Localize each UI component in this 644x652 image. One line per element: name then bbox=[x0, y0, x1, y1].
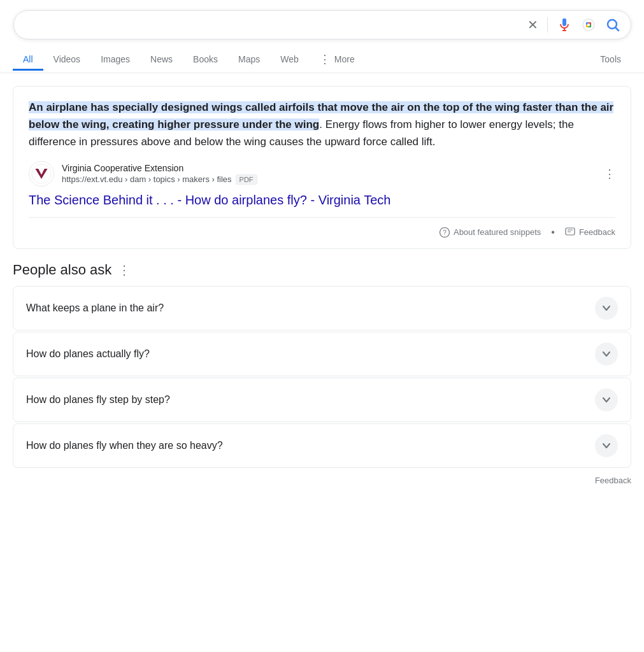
chevron-down-icon bbox=[601, 349, 612, 359]
search-bar-container: How do planes fly? ✕ bbox=[0, 0, 644, 39]
paa-expand-icon-4[interactable] bbox=[595, 434, 618, 457]
svg-point-1 bbox=[583, 19, 594, 31]
paa-item[interactable]: How do planes fly when they are so heavy… bbox=[13, 423, 631, 468]
tools-button[interactable]: Tools bbox=[590, 48, 631, 71]
footer-dot: • bbox=[551, 227, 555, 238]
snippet-feedback-button[interactable]: Feedback bbox=[565, 227, 615, 237]
search-input[interactable]: How do planes fly? bbox=[24, 18, 527, 32]
source-url-row: https://ext.vt.edu › dam › topics › make… bbox=[62, 174, 596, 185]
bottom-feedback[interactable]: Feedback bbox=[0, 469, 644, 492]
svg-line-3 bbox=[615, 28, 619, 31]
paa-title: People also ask bbox=[13, 262, 111, 278]
search-icons: ✕ bbox=[527, 17, 620, 32]
paa-expand-icon-1[interactable] bbox=[595, 297, 618, 320]
paa-item[interactable]: How do planes fly step by step? bbox=[13, 378, 631, 422]
source-info: Virginia Cooperative Extension https://e… bbox=[29, 161, 615, 187]
paa-expand-icon-2[interactable] bbox=[595, 343, 618, 365]
divider bbox=[547, 17, 548, 32]
people-also-ask-section: People also ask ⋮ What keeps a plane in … bbox=[13, 262, 631, 468]
tab-books[interactable]: Books bbox=[183, 48, 228, 71]
chevron-down-icon bbox=[601, 395, 612, 405]
search-icon[interactable] bbox=[605, 17, 620, 32]
source-name: Virginia Cooperative Extension bbox=[62, 163, 596, 173]
tab-all[interactable]: All bbox=[13, 48, 43, 71]
paa-expand-icon-3[interactable] bbox=[595, 388, 618, 411]
main-content: An airplane has specially designed wings… bbox=[0, 73, 644, 468]
svg-text:?: ? bbox=[443, 229, 447, 236]
paa-question-2: How do planes actually fly? bbox=[26, 348, 150, 360]
paa-item[interactable]: What keeps a plane in the air? bbox=[13, 286, 631, 330]
tab-videos[interactable]: Videos bbox=[43, 48, 91, 71]
paa-question-3: How do planes fly step by step? bbox=[26, 394, 170, 406]
snippet-text: An airplane has specially designed wings… bbox=[29, 99, 615, 151]
source-favicon bbox=[29, 161, 54, 187]
pdf-badge: PDF bbox=[236, 174, 257, 185]
chevron-down-icon bbox=[601, 441, 612, 451]
search-bar: How do planes fly? ✕ bbox=[13, 10, 631, 39]
question-circle-icon: ? bbox=[440, 227, 450, 237]
tab-maps[interactable]: Maps bbox=[228, 48, 270, 71]
source-url: https://ext.vt.edu › dam › topics › make… bbox=[62, 174, 232, 184]
paa-header: People also ask ⋮ bbox=[13, 262, 631, 278]
source-menu-icon[interactable]: ⋮ bbox=[604, 167, 615, 181]
tab-web[interactable]: Web bbox=[270, 48, 309, 71]
nav-tabs: All Videos Images News Books Maps Web ⋮M… bbox=[0, 39, 644, 73]
tab-news[interactable]: News bbox=[140, 48, 183, 71]
tab-images[interactable]: Images bbox=[90, 48, 140, 71]
source-details: Virginia Cooperative Extension https://e… bbox=[62, 163, 596, 185]
paa-menu-icon[interactable]: ⋮ bbox=[118, 262, 131, 278]
vt-logo-icon bbox=[31, 164, 52, 184]
chevron-down-icon bbox=[601, 303, 612, 313]
paa-question-4: How do planes fly when they are so heavy… bbox=[26, 440, 223, 451]
tab-more[interactable]: ⋮More bbox=[309, 46, 365, 73]
about-featured-snippets[interactable]: ? About featured snippets bbox=[440, 227, 541, 237]
snippet-title-link[interactable]: The Science Behind it . . . - How do air… bbox=[29, 192, 615, 208]
feedback-icon bbox=[565, 227, 575, 237]
svg-point-0 bbox=[562, 18, 566, 22]
snippet-footer: ? About featured snippets • Feedback bbox=[29, 217, 615, 238]
clear-icon[interactable]: ✕ bbox=[527, 17, 538, 32]
paa-item[interactable]: How do planes actually fly? bbox=[13, 332, 631, 376]
featured-snippet: An airplane has specially designed wings… bbox=[13, 86, 631, 249]
paa-question-1: What keeps a plane in the air? bbox=[26, 302, 164, 314]
google-lens-icon[interactable] bbox=[581, 17, 596, 32]
mic-icon[interactable] bbox=[557, 17, 572, 32]
